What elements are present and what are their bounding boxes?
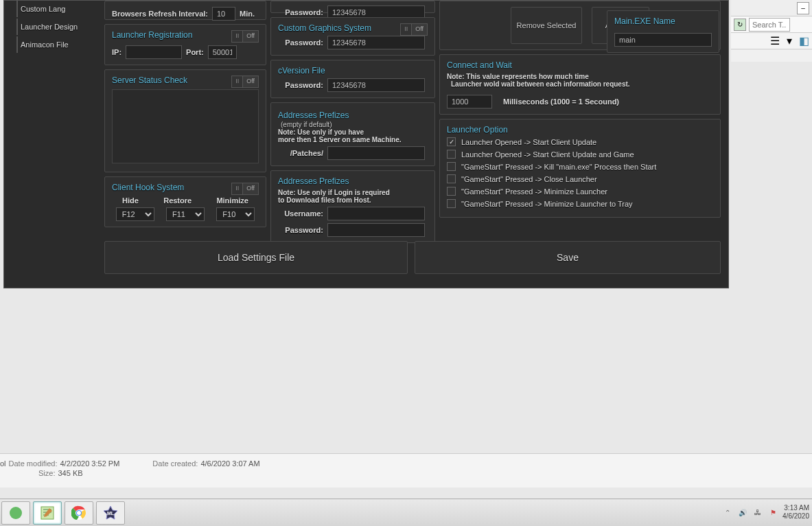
svg-point-4: [77, 511, 81, 515]
taskbar: ML ⌃ 🔊 🖧 ⚑ 3:13 AM 4/6/2020: [0, 499, 812, 526]
taskbar-launcher-icon[interactable]: ML: [96, 501, 125, 525]
view-list-icon[interactable]: ☰: [770, 34, 780, 47]
nav-refresh-icon[interactable]: ↻: [734, 19, 746, 31]
checkbox-icon[interactable]: [447, 162, 456, 171]
custom-graphics-section: IIOff Custom Graphics System Password:: [270, 17, 435, 56]
top-password-section: Password:: [270, 1, 435, 13]
svg-text:ML: ML: [107, 511, 115, 516]
launcher-registration-section: IIOff Launcher Registration IP: Port:: [104, 24, 266, 65]
date-modified-value: 4/2/2020 3:52 PM: [60, 459, 120, 468]
server-status-toggle[interactable]: IIOff: [231, 76, 259, 88]
date-created-value: 4/6/2020 3:07 AM: [200, 459, 259, 468]
addresses-prefixes-1-section: Addresses Prefizes (empty if default) No…: [270, 102, 435, 166]
checkbox-icon[interactable]: [447, 187, 456, 196]
browsers-refresh-input[interactable]: [212, 7, 235, 21]
tray-chevron-icon[interactable]: ⌃: [722, 507, 733, 518]
browsers-refresh-section: Browsers Refresh Interval: Min.: [104, 1, 266, 20]
launcher-option-section: Launcher Option ✓Launcher Opened -> Star…: [439, 119, 721, 218]
remove-selected-button[interactable]: Remove Selected: [511, 7, 582, 44]
sidebar-item-animacon-file[interactable]: Animacon File: [16, 36, 99, 53]
launcher-option-1[interactable]: Launcher Opened -> Start Client Update a…: [447, 150, 713, 159]
size-label: Size:: [38, 469, 55, 477]
checkbox-icon[interactable]: ✓: [447, 137, 456, 146]
launcher-option-label: "GameStart" Pressed -> Kill "main.exe" P…: [461, 163, 656, 171]
checkbox-icon[interactable]: [447, 199, 456, 208]
preview-pane-icon[interactable]: ◧: [799, 34, 809, 47]
custom-graphics-toggle[interactable]: IIOff: [400, 23, 428, 36]
addresses-prefixes-2-section: Addresses Prefizes Note: Use only if Log…: [270, 170, 435, 243]
checkbox-icon[interactable]: [447, 174, 456, 183]
ip-input[interactable]: [126, 45, 182, 59]
launcher-option-title: Launcher Option: [447, 125, 713, 135]
cversion-pwd-label: Password:: [278, 81, 323, 89]
password2-input[interactable]: [327, 223, 425, 237]
mainexe-title: Main.EXE Name: [614, 16, 712, 26]
username-input[interactable]: [327, 207, 425, 220]
cgraphics-pwd-input[interactable]: [327, 36, 425, 49]
server-status-list[interactable]: [112, 89, 259, 163]
tray-time: 3:13 AM: [782, 504, 809, 512]
connect-value-input[interactable]: [447, 95, 492, 108]
taskbar-start-icon[interactable]: [1, 501, 30, 525]
file-details-bar: ol Date modified: 4/2/2020 3:52 PM Date …: [0, 453, 812, 488]
tray-volume-icon[interactable]: 🔊: [737, 507, 748, 518]
view-dropdown-icon[interactable]: ▾: [787, 34, 792, 47]
launcher-reg-toggle[interactable]: IIOff: [231, 30, 259, 43]
hide-label: Hide: [122, 196, 139, 205]
save-button[interactable]: Save: [415, 241, 721, 274]
addr1-input[interactable]: [327, 146, 425, 160]
launcher-option-2[interactable]: "GameStart" Pressed -> Kill "main.exe" P…: [447, 162, 713, 171]
sidebar: Custom Lang Launcher Design Animacon Fil…: [16, 1, 99, 54]
launcher-option-label: "GameStart" Pressed -> Close Launcher: [461, 175, 597, 183]
checkbox-icon[interactable]: [447, 150, 456, 159]
cversion-pwd-input[interactable]: [327, 78, 425, 92]
taskbar-chrome-icon[interactable]: [65, 501, 93, 525]
addr2-title: Addresses Prefizes: [278, 176, 428, 186]
tray-flag-icon[interactable]: ⚑: [767, 507, 778, 518]
mainexe-section: Main.EXE Name: [607, 10, 719, 53]
addr2-note1: Note: Use only if Login is required: [278, 189, 428, 196]
connect-note2: Launcher wold wait between each informat…: [451, 80, 713, 88]
system-tray: ⌃ 🔊 🖧 ⚑ 3:13 AM 4/6/2020: [722, 499, 809, 526]
restore-label: Restore: [163, 196, 192, 205]
browsers-refresh-label: Browsers Refresh Interval:: [112, 10, 208, 18]
cversion-section: cVersion File Password:: [270, 60, 435, 98]
hide-select[interactable]: F12: [116, 207, 154, 221]
launcher-option-4[interactable]: "GameStart" Pressed -> Minimize Launcher: [447, 187, 713, 196]
launcher-option-3[interactable]: "GameStart" Pressed -> Close Launcher: [447, 174, 713, 183]
settings-window: Custom Lang Launcher Design Animacon Fil…: [3, 0, 729, 288]
addr2-note2: to Download files from Host.: [278, 196, 428, 204]
connect-note1: Note: This value represents how much tim…: [447, 73, 713, 80]
launcher-option-label: Launcher Opened -> Start Client Update: [461, 138, 596, 146]
addr1-value-label: /Patches/: [278, 149, 323, 157]
size-value: 345 KB: [58, 469, 82, 477]
port-input[interactable]: [208, 45, 237, 59]
load-settings-button[interactable]: Load Settings File: [104, 241, 408, 274]
launcher-option-5[interactable]: "GameStart" Pressed -> Minimize Launcher…: [447, 199, 713, 208]
launcher-option-0[interactable]: ✓Launcher Opened -> Start Client Update: [447, 137, 713, 146]
restore-select[interactable]: F11: [166, 207, 205, 221]
sidebar-item-custom-lang[interactable]: Custom Lang: [16, 1, 99, 17]
search-input[interactable]: [749, 18, 790, 32]
sidebar-item-launcher-design[interactable]: Launcher Design: [16, 19, 99, 35]
port-label: Port:: [186, 48, 204, 56]
launcher-option-label: Launcher Opened -> Start Client Update a…: [461, 150, 634, 159]
tray-network-icon[interactable]: 🖧: [752, 507, 763, 518]
tray-date: 4/6/2020: [782, 512, 809, 521]
addr1-note2: more then 1 Server on same Machine.: [278, 136, 428, 144]
cversion-title: cVersion File: [278, 66, 428, 76]
server-status-section: IIOff Server Status Check: [104, 69, 266, 172]
mainexe-input[interactable]: [614, 33, 712, 47]
ip-label: IP:: [112, 48, 121, 56]
details-prefix: ol: [0, 459, 6, 468]
tray-clock[interactable]: 3:13 AM 4/6/2020: [782, 504, 809, 521]
taskbar-notepadpp-icon[interactable]: [33, 501, 62, 525]
launcher-option-label: "GameStart" Pressed -> Minimize Launcher: [461, 187, 607, 196]
minimize-select[interactable]: F10: [216, 207, 255, 221]
svg-point-0: [10, 507, 22, 519]
addr1-title: Addresses Prefizes: [278, 111, 349, 120]
connect-unit: Milliseconds (1000 = 1 Secound): [503, 98, 619, 106]
minimize-window-btn[interactable]: –: [797, 2, 809, 14]
client-hook-toggle[interactable]: IIOff: [231, 183, 259, 195]
cgraphics-pwd-label: Password:: [278, 38, 323, 47]
